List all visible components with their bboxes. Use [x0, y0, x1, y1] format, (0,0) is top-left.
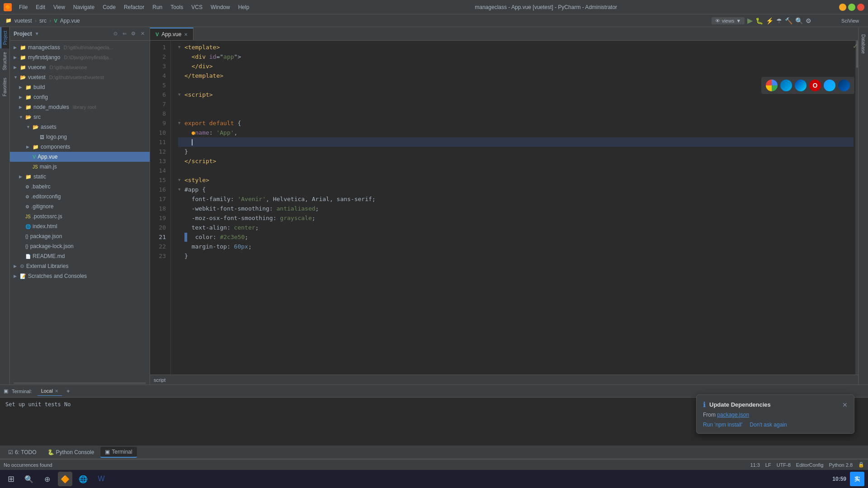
windows-start-button[interactable]: ⊞: [4, 472, 18, 486]
terminal-tab-local[interactable]: Local ✕: [38, 386, 62, 396]
sidebar-structure-label[interactable]: Structure: [1, 48, 9, 74]
lock-icon: 🔒: [858, 462, 864, 468]
dont-ask-again-button[interactable]: Don't ask again: [750, 422, 787, 428]
tab-python-console[interactable]: 🐍 Python Console: [43, 447, 99, 457]
run-npm-install-button[interactable]: Run 'npm install': [703, 422, 742, 428]
tree-myfirstdjango[interactable]: ▶ 📁 myfirstdjango D:\Django\myfirstdja..…: [10, 52, 150, 62]
tree-index-html[interactable]: ▶ 🌐 index.html: [10, 221, 150, 231]
fold-arrow[interactable]: ▼: [178, 175, 183, 185]
menu-help[interactable]: Help: [235, 2, 253, 12]
fold-arrow[interactable]: ▼: [178, 185, 183, 194]
fold-arrow[interactable]: ▼: [178, 90, 183, 99]
fold-arrow: [178, 52, 183, 61]
taskbar-weather[interactable]: 实: [850, 472, 864, 486]
edge-icon[interactable]: [780, 80, 792, 91]
tree-components[interactable]: ▶ 📁 components: [10, 142, 150, 152]
close-button[interactable]: ✕: [857, 4, 864, 11]
line-ending[interactable]: LF: [765, 462, 771, 468]
menu-tools[interactable]: Tools: [167, 2, 187, 12]
tree-node-modules[interactable]: ▶ 📁 node_modules library root: [10, 102, 150, 112]
chrome-icon[interactable]: [766, 80, 778, 91]
settings-button[interactable]: ⚙: [806, 17, 811, 24]
ie-icon[interactable]: [824, 80, 835, 91]
menu-navigate[interactable]: Navigate: [70, 2, 98, 12]
fold-arrow[interactable]: ▼: [178, 118, 183, 128]
notification-close-button[interactable]: ✕: [842, 401, 848, 408]
menu-refactor[interactable]: Refactor: [120, 2, 148, 12]
tree-editorconfig[interactable]: ▶ ⚙ .editorconfig: [10, 192, 150, 202]
menu-vcs[interactable]: VCS: [188, 2, 206, 12]
profile-button[interactable]: ⚡: [766, 17, 774, 24]
cursor-position[interactable]: 11:3: [750, 462, 760, 468]
sidebar-favorites-label[interactable]: Favorites: [1, 74, 9, 100]
project-settings-button[interactable]: ⚙: [130, 30, 137, 38]
tree-package-lock-json[interactable]: ▶ {} package-lock.json: [10, 241, 150, 251]
other-browser-icon[interactable]: [838, 80, 850, 91]
tree-build[interactable]: ▶ 📁 build: [10, 82, 150, 92]
sidebar-database-label[interactable]: Database: [860, 31, 867, 57]
menu-file[interactable]: File: [15, 2, 31, 12]
fold-arrow: [178, 156, 183, 166]
encoding[interactable]: UTF-8: [777, 462, 791, 468]
fold-arrow[interactable]: ▼: [178, 42, 183, 52]
build-button[interactable]: 🔨: [785, 17, 793, 24]
sciview-button[interactable]: SciView: [841, 18, 859, 23]
scroll-to-current-button[interactable]: ⊙: [112, 30, 119, 38]
tab-close-icon[interactable]: ✕: [55, 389, 58, 394]
tree-gitignore[interactable]: ▶ ⚙ .gitignore: [10, 202, 150, 211]
menu-window[interactable]: Window: [207, 2, 234, 12]
tree-vueone[interactable]: ▶ 📁 vueone D:\github\vueone: [10, 62, 150, 72]
code-content[interactable]: ▼ <template> <div id="app"> </div> </tem: [171, 41, 854, 375]
debug-button[interactable]: 🐛: [755, 17, 763, 24]
taskbar-search-button[interactable]: 🔍: [22, 472, 36, 486]
tree-manageclass[interactable]: ▶ 📁 manageclass D:\github\managecla...: [10, 42, 150, 52]
titlebar: 🔶 File Edit View Navigate Code Refactor …: [0, 0, 868, 14]
tab-close-button[interactable]: ✕: [184, 32, 188, 37]
notif-link[interactable]: package.json: [717, 412, 749, 418]
breadcrumb-vuetest[interactable]: vuetest: [14, 18, 32, 24]
tree-scratches-consoles[interactable]: ▶ 📝 Scratches and Consoles: [10, 271, 150, 281]
tree-readme[interactable]: ▶ 📄 README.md: [10, 251, 150, 261]
tab-app-vue[interactable]: V App.vue ✕: [150, 28, 193, 40]
tab-todo[interactable]: ☑ 6: TODO: [4, 447, 41, 457]
taskbar-pycharm[interactable]: 🔶: [58, 472, 72, 486]
tree-vuetest[interactable]: ▼ 📂 vuetest D:\github\vuetest\vuetest: [10, 72, 150, 82]
firefox-icon[interactable]: [795, 80, 807, 91]
breadcrumb-appvue[interactable]: App.vue: [60, 18, 80, 24]
new-terminal-button[interactable]: +: [64, 387, 73, 395]
menu-edit[interactable]: Edit: [32, 2, 49, 12]
bulb-icon[interactable]: ●: [192, 128, 195, 137]
search-everywhere-button[interactable]: 🔍: [795, 17, 803, 24]
code-token: export: [184, 118, 209, 128]
coverage-button[interactable]: ☂: [776, 17, 782, 24]
tree-package-json[interactable]: ▶ {} package.json: [10, 231, 150, 241]
taskbar-word[interactable]: W: [94, 472, 108, 486]
tree-static[interactable]: ▶ 📁 static: [10, 172, 150, 182]
hide-panel-button[interactable]: ✕: [139, 30, 146, 38]
tree-assets[interactable]: ▼ 📂 assets: [10, 122, 150, 132]
run-config-selector[interactable]: 👁 views ▼: [712, 17, 745, 24]
run-button[interactable]: ▶: [747, 16, 753, 25]
maximize-button[interactable]: □: [848, 4, 855, 11]
breadcrumb-src[interactable]: src: [39, 18, 47, 24]
collapse-all-button[interactable]: ⇐: [121, 30, 128, 38]
opera-icon[interactable]: O: [809, 80, 821, 91]
python-version[interactable]: Python 2.8: [829, 462, 853, 468]
tree-postcssrc[interactable]: ▶ JS .postcssrc.js: [10, 211, 150, 221]
tree-src[interactable]: ▼ 📂 src: [10, 112, 150, 122]
tree-app-vue[interactable]: ▶ V App.vue: [10, 152, 150, 162]
minimize-button[interactable]: ─: [839, 4, 846, 11]
menu-code[interactable]: Code: [99, 2, 119, 12]
tree-external-libraries[interactable]: ▶ ⚙ External Libraries: [10, 261, 150, 271]
file-schema[interactable]: EditorConfig: [796, 462, 824, 468]
tree-logo-png[interactable]: ▶ 🖼 logo.png: [10, 132, 150, 142]
tree-babelrc[interactable]: ▶ ⚙ .babelrc: [10, 182, 150, 192]
menu-view[interactable]: View: [50, 2, 69, 12]
taskbar-chrome[interactable]: 🌐: [76, 472, 90, 486]
taskbar-task-view-button[interactable]: ⊕: [40, 472, 54, 486]
tab-terminal[interactable]: ▣ Terminal: [100, 447, 137, 458]
tree-config[interactable]: ▶ 📁 config: [10, 92, 150, 102]
menu-run[interactable]: Run: [149, 2, 166, 12]
tree-main-js[interactable]: ▶ JS main.js: [10, 162, 150, 172]
sidebar-project-label[interactable]: Project: [0, 27, 9, 48]
